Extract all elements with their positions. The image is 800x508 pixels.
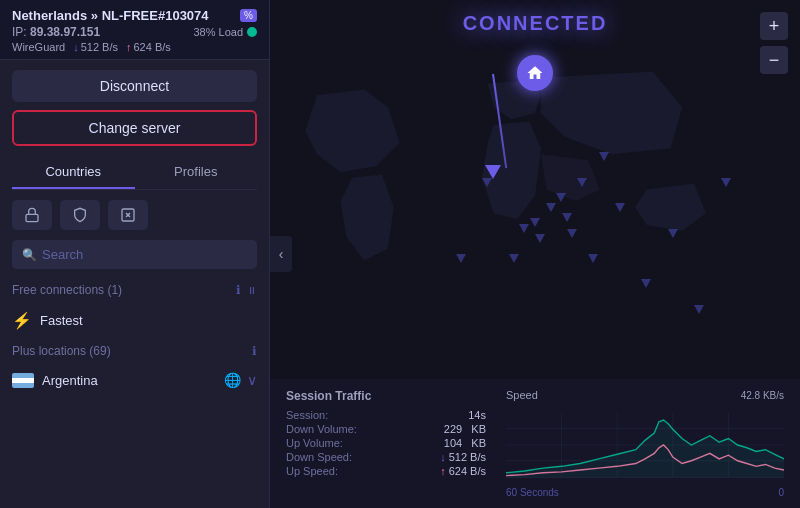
left-panel: Netherlands » NL-FREE#103074 % IP: 89.38… (0, 0, 270, 508)
map-marker (668, 229, 678, 238)
session-traffic-title: Session Traffic (286, 389, 486, 403)
down-arrow-icon: ↓ (73, 41, 79, 53)
plus-info-icon[interactable]: ℹ (252, 344, 257, 358)
map-zoom-out-button[interactable]: − (760, 46, 788, 74)
up-speed-value: ↑ 624 B/s (440, 465, 486, 477)
down-vol-value: 229 KB (444, 423, 486, 435)
country-name: Netherlands (12, 8, 87, 23)
map-collapse-button[interactable]: ‹ (270, 236, 292, 272)
map-marker (556, 193, 566, 202)
map-marker (567, 229, 577, 238)
filter-lock-button[interactable] (12, 200, 52, 230)
map-marker (535, 234, 545, 243)
plus-locations-label: Plus locations (69) (12, 344, 111, 358)
protocol-name: WireGuard (12, 41, 65, 53)
shield-icon (72, 207, 88, 223)
up-vol-row: Up Volume: 104 KB (286, 437, 486, 449)
session-row: Session: 14s (286, 409, 486, 421)
disconnect-button[interactable]: Disconnect (12, 70, 257, 102)
expand-button[interactable]: ∨ (247, 372, 257, 388)
session-traffic: Session Traffic Session: 14s Down Volume… (286, 389, 486, 498)
up-vol-key: Up Volume: (286, 437, 343, 449)
server-id: NL-FREE#103074 (102, 8, 209, 23)
server-title-row: Netherlands » NL-FREE#103074 % (12, 8, 257, 23)
tab-countries[interactable]: Countries (12, 156, 135, 189)
map-marker (615, 203, 625, 212)
map-marker (694, 305, 704, 314)
map-marker (588, 254, 598, 263)
server-details-row: IP: 89.38.97.151 38% Load (12, 25, 257, 39)
down-speed-row: Down Speed: ↓ 512 B/s (286, 451, 486, 463)
up-speed-value: 624 B/s (134, 41, 171, 53)
search-icon: 🔍 (22, 248, 37, 262)
speed-chart (506, 405, 784, 485)
bolt-icon: ⚡ (12, 311, 32, 330)
map-marker (519, 224, 529, 233)
speed-peak-value: 42.8 KB/s (741, 390, 784, 401)
edit-icon (120, 207, 136, 223)
search-row: 🔍 (12, 240, 257, 269)
up-speed: ↑ 624 B/s (126, 41, 171, 53)
map-marker (577, 178, 587, 187)
down-speed-value: ↓ 512 B/s (440, 451, 486, 463)
location-argentina-actions: 🌐 ∨ (224, 372, 257, 388)
map-marker (482, 178, 492, 187)
filter-shield-button[interactable] (60, 200, 100, 230)
chart-right-label: 0 (778, 487, 784, 498)
map-marker (509, 254, 519, 263)
session-value: 14s (468, 409, 486, 421)
plus-locations-section: Plus locations (69) ℹ (0, 338, 269, 364)
load-row: 38% Load (193, 26, 257, 38)
right-panel: CONNECTED + − ‹ Session Traffic Session:… (270, 0, 800, 508)
argentina-flag (12, 373, 34, 388)
globe-button[interactable]: 🌐 (224, 372, 241, 388)
map-marker (456, 254, 466, 263)
down-vol-key: Down Volume: (286, 423, 357, 435)
free-connections-actions: ℹ ⏸ (236, 283, 257, 297)
connected-status: CONNECTED (463, 12, 608, 35)
protocol-row: WireGuard ↓ 512 B/s ↑ 624 B/s (12, 41, 257, 53)
map-marker (546, 203, 556, 212)
load-text: 38% Load (193, 26, 243, 38)
filter-edit-button[interactable] (108, 200, 148, 230)
down-speed: ↓ 512 B/s (73, 41, 118, 53)
server-badge: % (240, 9, 257, 22)
down-speed-key: Down Speed: (286, 451, 352, 463)
tab-profiles[interactable]: Profiles (135, 156, 258, 189)
ip-address: IP: 89.38.97.151 (12, 25, 100, 39)
fastest-item[interactable]: ⚡ Fastest (0, 303, 269, 338)
search-input[interactable] (12, 240, 257, 269)
session-key: Session: (286, 409, 328, 421)
down-speed-arrow-icon: ↓ (440, 451, 446, 463)
map-marker (530, 218, 540, 227)
pause-icon[interactable]: ⏸ (247, 285, 257, 296)
change-server-button[interactable]: Change server (12, 110, 257, 146)
chart-labels: 60 Seconds 0 (506, 487, 784, 498)
lock-icon (24, 207, 40, 223)
map-marker (599, 152, 609, 161)
up-speed-arrow-icon: ↑ (440, 465, 446, 477)
up-arrow-icon: ↑ (126, 41, 132, 53)
info-icon[interactable]: ℹ (236, 283, 241, 297)
tabs-row: Countries Profiles (12, 156, 257, 190)
up-speed-key: Up Speed: (286, 465, 338, 477)
up-speed-row: Up Speed: ↑ 624 B/s (286, 465, 486, 477)
map-marker (562, 213, 572, 222)
speed-chart-title: Speed (506, 389, 538, 401)
vpn-marker (485, 165, 501, 179)
free-connections-section: Free connections (1) ℹ ⏸ (0, 277, 269, 303)
server-name: Netherlands » NL-FREE#103074 (12, 8, 209, 23)
up-vol-value: 104 KB (444, 437, 486, 449)
free-connections-label: Free connections (1) (12, 283, 122, 297)
location-argentina[interactable]: Argentina 🌐 ∨ (0, 364, 269, 396)
home-pin (517, 55, 553, 91)
server-header: Netherlands » NL-FREE#103074 % IP: 89.38… (0, 0, 269, 60)
svg-marker-12 (506, 420, 784, 477)
fastest-label: Fastest (40, 313, 83, 328)
stats-table: Session: 14s Down Volume: 229 KB Up Volu… (286, 409, 486, 477)
map-zoom-in-button[interactable]: + (760, 12, 788, 40)
down-speed-value: 512 B/s (81, 41, 118, 53)
load-dot (247, 27, 257, 37)
filter-icons-row (12, 200, 257, 230)
down-vol-row: Down Volume: 229 KB (286, 423, 486, 435)
